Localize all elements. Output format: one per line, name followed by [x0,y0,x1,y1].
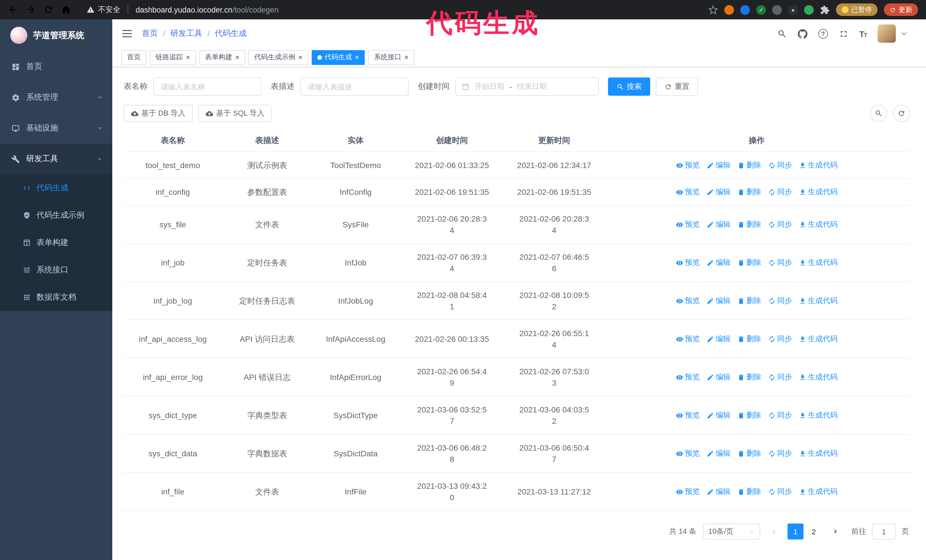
tab[interactable]: 链路追踪 × [150,50,196,65]
op-sync-link[interactable]: 同步 [768,410,792,421]
tab[interactable]: 代码生成示例 × [248,50,308,65]
goto-page-input[interactable] [872,524,896,539]
op-generate-link[interactable]: 生成代码 [799,333,838,345]
op-edit-link[interactable]: 编辑 [707,486,731,497]
op-preview-link[interactable]: 预览 [676,186,700,198]
op-delete-link[interactable]: 删除 [737,160,761,171]
sidebar-subitem[interactable]: 代码生成 [0,174,112,202]
close-icon[interactable]: × [235,54,239,61]
fullscreen-icon[interactable] [838,29,848,38]
op-generate-link[interactable]: 生成代码 [799,219,838,230]
browser-forward-icon[interactable] [26,5,36,15]
extension-icon[interactable]: ● [788,5,798,15]
extension-icon[interactable] [724,5,734,15]
page-button[interactable]: 2 [806,524,822,539]
address-bar[interactable]: dashboard.yudao.iocoder.cn/tool/codegen [136,5,278,14]
op-edit-link[interactable]: 编辑 [707,219,731,230]
browser-home-icon[interactable] [61,5,71,15]
op-generate-link[interactable]: 生成代码 [799,160,838,171]
op-sync-link[interactable]: 同步 [768,219,792,230]
next-page-button[interactable] [828,524,843,539]
table-row[interactable]: sys_file 文件表 SysFile 2021-02-06 20:28:3 … [124,206,910,244]
tab[interactable]: 首页 [121,50,147,65]
extensions-puzzle-icon[interactable] [820,5,830,15]
table-row[interactable]: inf_api_error_log API 错误日志 InfApiErrorLo… [124,358,910,397]
github-icon[interactable] [797,29,807,38]
breadcrumb-item[interactable]: 代码生成 [215,29,247,39]
user-menu[interactable] [878,24,909,43]
op-delete-link[interactable]: 删除 [737,219,761,230]
extension-icon[interactable] [740,5,750,15]
op-delete-link[interactable]: 删除 [737,257,761,268]
op-delete-link[interactable]: 删除 [737,410,761,421]
op-sync-link[interactable]: 同步 [768,448,792,459]
import-sql-button[interactable]: 基于 SQL 导入 [198,105,272,122]
op-delete-link[interactable]: 删除 [737,486,761,497]
op-preview-link[interactable]: 预览 [676,160,700,171]
toggle-search-button[interactable] [870,105,887,122]
op-preview-link[interactable]: 预览 [676,295,700,306]
op-sync-link[interactable]: 同步 [768,371,792,383]
op-edit-link[interactable]: 编辑 [707,160,731,171]
table-row[interactable]: inf_config 参数配置表 InfConfig 2021-02-06 19… [124,179,910,206]
tab[interactable]: 系统接口 × [368,50,414,65]
font-size-icon[interactable]: TT [859,29,867,38]
search-button[interactable]: 搜索 [608,77,650,96]
op-generate-link[interactable]: 生成代码 [799,371,838,383]
import-db-button[interactable]: 基于 DB 导入 [124,105,193,122]
refresh-table-button[interactable] [893,105,910,122]
op-generate-link[interactable]: 生成代码 [799,295,838,306]
app-logo[interactable]: 芋道管理系统 [0,20,112,51]
sidebar-item[interactable]: 首页 [0,51,112,82]
sidebar-toggle-icon[interactable] [112,27,142,40]
paused-badge[interactable]: 已暂停 [836,3,878,16]
table-row[interactable]: inf_api_access_log API 访问日志表 InfApiAcces… [124,320,910,358]
date-range-picker[interactable]: 开始日期 - 结束日期 [455,77,599,96]
op-sync-link[interactable]: 同步 [768,186,792,198]
help-icon[interactable]: ? [818,29,828,38]
sidebar-subitem[interactable]: 代码生成示例 [0,202,112,229]
op-edit-link[interactable]: 编辑 [707,410,731,421]
table-row[interactable]: sys_dict_data 字典数据表 SysDictData 2021-03-… [124,435,910,473]
op-generate-link[interactable]: 生成代码 [799,486,838,497]
sidebar-subitem[interactable]: 系统接口 [0,257,112,284]
browser-back-icon[interactable] [8,5,18,15]
op-delete-link[interactable]: 删除 [737,371,761,383]
op-delete-link[interactable]: 删除 [737,186,761,198]
op-edit-link[interactable]: 编辑 [707,186,731,198]
op-edit-link[interactable]: 编辑 [707,295,731,306]
page-button[interactable]: 1 [788,524,803,539]
op-delete-link[interactable]: 删除 [737,295,761,306]
op-sync-link[interactable]: 同步 [768,295,792,306]
op-sync-link[interactable]: 同步 [768,486,792,497]
sidebar-subitem[interactable]: 表单构建 [0,229,112,257]
op-preview-link[interactable]: 预览 [676,486,700,497]
op-preview-link[interactable]: 预览 [676,333,700,345]
op-preview-link[interactable]: 预览 [676,410,700,421]
table-desc-input[interactable] [300,77,409,96]
extension-icon[interactable] [772,5,782,15]
op-preview-link[interactable]: 预览 [676,448,700,459]
page-size-select[interactable]: 10条/页 [703,524,760,539]
browser-reload-icon[interactable] [43,5,54,15]
reset-button[interactable]: 重置 [656,77,698,96]
bookmark-star-icon[interactable] [708,5,718,15]
table-name-input[interactable] [153,77,262,96]
op-generate-link[interactable]: 生成代码 [799,257,838,268]
op-delete-link[interactable]: 删除 [737,448,761,459]
extension-icon[interactable]: ✓ [756,5,766,15]
table-row[interactable]: inf_file 文件表 InfFile 2021-03-13 09:43:2 … [124,473,910,511]
security-chip[interactable]: 不安全 [86,5,120,15]
tab[interactable]: 表单构建 × [199,50,245,65]
op-edit-link[interactable]: 编辑 [707,257,731,268]
sidebar-item[interactable]: 基础设施 [0,113,112,143]
op-edit-link[interactable]: 编辑 [707,333,731,345]
table-row[interactable]: sys_dict_type 字典类型表 SysDictType 2021-03-… [124,397,910,435]
op-edit-link[interactable]: 编辑 [707,448,731,459]
breadcrumb-item[interactable]: 首页 [142,29,158,39]
op-sync-link[interactable]: 同步 [768,333,792,345]
close-icon[interactable]: × [298,54,302,61]
tab[interactable]: 代码生成 × [312,50,365,65]
op-generate-link[interactable]: 生成代码 [799,186,838,198]
close-icon[interactable]: × [355,54,359,61]
